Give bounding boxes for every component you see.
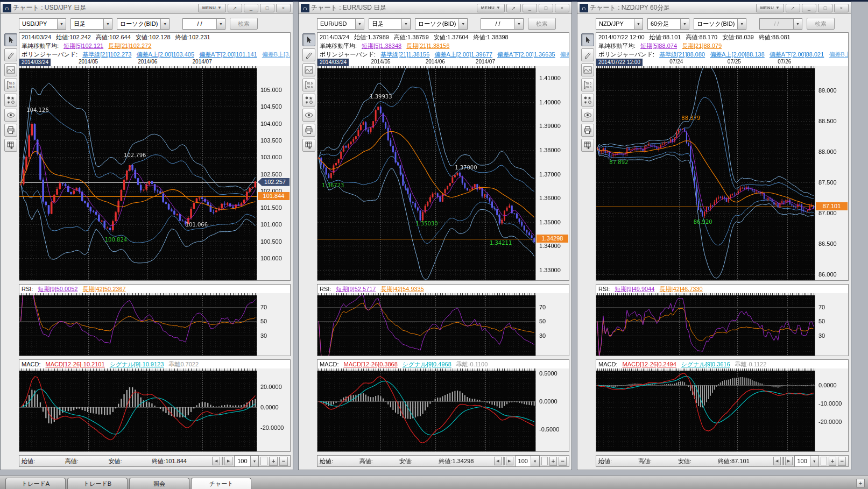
scroll-left-button[interactable]: ◀	[773, 457, 781, 465]
tab-trade-a[interactable]: トレードA	[5, 478, 66, 489]
tab-inquiry[interactable]: 照会	[129, 478, 189, 489]
save-chart-button[interactable]	[302, 139, 315, 152]
pointer-tool-button[interactable]	[581, 33, 594, 46]
zoom-in-button[interactable]: +	[549, 457, 558, 466]
scale-tool-button[interactable]: 70.060.0	[581, 79, 594, 91]
macd-signal-value[interactable]: シグナル[9]0.3616	[681, 361, 730, 367]
date-input[interactable]: / / ▼	[481, 18, 524, 30]
indicator-tool-button[interactable]	[581, 63, 594, 76]
zoom-out-button[interactable]: −	[838, 457, 846, 466]
chart-scrollbar[interactable]	[782, 457, 784, 465]
date-input[interactable]: / / ▼	[182, 18, 225, 30]
print-button[interactable]	[581, 124, 594, 137]
popout-button[interactable]: ↗	[786, 4, 800, 12]
bb-lower-a-value[interactable]: 偏差A下[2.00]1.36635	[497, 51, 555, 58]
bb-upper-b-value[interactable]: 偏差B上	[560, 51, 569, 58]
macd-chart[interactable]	[19, 368, 257, 451]
close-button[interactable]: ×	[276, 4, 291, 12]
rsi-short-value[interactable]: 短期[9]49.9044	[615, 286, 654, 292]
window-titlebar[interactable]: ∩ チャート : USD/JPY 日足 MENU ▼ ↗ _ □ ×	[1, 2, 293, 14]
add-tab-button[interactable]: +	[856, 479, 865, 487]
bb-upper-b-value[interactable]: 偏差B上[3	[829, 51, 848, 58]
macd-chart[interactable]	[596, 368, 815, 451]
pointer-tool-button[interactable]	[302, 33, 315, 46]
shapes-tool-button[interactable]	[302, 94, 315, 107]
bb-upper-a-value[interactable]: 偏差A上[2.00]103.405	[136, 51, 194, 58]
scale-tool-button[interactable]: 70.060.0	[302, 79, 315, 91]
sma-short-value[interactable]: 短期[5]1.38348	[362, 42, 401, 49]
indicator-tool-button[interactable]	[4, 63, 17, 76]
chevron-down-icon[interactable]: ▼	[216, 19, 225, 29]
sma-short-value[interactable]: 短期[5]102.121	[63, 42, 103, 49]
rsi-chart[interactable]	[596, 293, 815, 356]
popout-button[interactable]: ↗	[506, 4, 521, 12]
maximize-button[interactable]: □	[818, 4, 832, 12]
rsi-long-value[interactable]: 長期[42]54.9335	[381, 286, 424, 292]
price-axis[interactable]: 105.000104.500104.000103.500103.000102.5…	[257, 66, 290, 280]
maximize-button[interactable]: □	[539, 4, 553, 12]
price-axis[interactable]: 1.410001.400001.390001.380001.370001.360…	[535, 66, 569, 280]
chevron-down-icon[interactable]: ▼	[250, 456, 259, 466]
bar-count-select[interactable]: 100 ▼	[515, 456, 540, 467]
chevron-down-icon[interactable]: ▼	[514, 19, 523, 29]
bb-lower-a-value[interactable]: 偏差A下[2.00]101.141	[199, 51, 257, 58]
scale-tool-button[interactable]: 70.060.0	[4, 79, 17, 91]
search-button[interactable]: 検索	[807, 18, 835, 30]
rsi-long-value[interactable]: 長期[42]50.2367	[83, 286, 126, 292]
window-titlebar[interactable]: ∩ チャート : EUR/USD 日足 MENU ▼ ↗ _ □ ×	[299, 2, 571, 14]
currency-pair-select[interactable]: EUR/USD ▼	[317, 18, 364, 30]
chart-style-select[interactable]: ローソク(BID) ▼	[694, 18, 746, 30]
chevron-down-icon[interactable]: ▼	[458, 19, 467, 29]
chevron-down-icon[interactable]: ▼	[103, 19, 112, 29]
rsi-long-value[interactable]: 長期[42]46.7330	[660, 286, 703, 292]
currency-pair-select[interactable]: NZD/JPY ▼	[596, 18, 643, 30]
scrollbar-thumb[interactable]	[222, 457, 223, 465]
print-button[interactable]	[302, 124, 315, 137]
sma-long-value[interactable]: 長期[21]88.079	[682, 42, 722, 49]
bb-upper-b-value[interactable]: 偏差B上[3.00]103	[262, 51, 290, 58]
candlestick-chart[interactable]	[19, 66, 257, 280]
menu-button[interactable]: MENU ▼	[756, 4, 784, 12]
currency-pair-select[interactable]: USD/JPY ▼	[19, 18, 66, 30]
chevron-down-icon[interactable]: ▼	[355, 19, 364, 29]
rsi-chart[interactable]	[317, 293, 535, 356]
scroll-left-button[interactable]: ◀	[212, 457, 220, 465]
chart-style-select[interactable]: ローソク(BID) ▼	[117, 18, 170, 30]
minimize-button[interactable]: _	[802, 4, 816, 12]
scrollbar-thumb[interactable]	[504, 457, 505, 465]
save-chart-button[interactable]	[581, 139, 594, 152]
tab-chart[interactable]: チャート	[191, 478, 251, 489]
chevron-down-icon[interactable]: ▼	[531, 456, 539, 466]
shapes-tool-button[interactable]	[581, 94, 594, 107]
rsi-short-value[interactable]: 短期[9]52.5717	[336, 286, 376, 292]
bb-center-value[interactable]: 基準線[21]1.38156	[380, 51, 429, 58]
print-button[interactable]	[4, 124, 17, 137]
timeframe-select[interactable]: 日足 ▼	[369, 18, 411, 30]
candlestick-chart[interactable]	[596, 66, 815, 280]
candlestick-chart[interactable]	[317, 66, 535, 280]
scroll-right-button[interactable]: ▶	[506, 457, 513, 465]
macd-value[interactable]: MACD[12-26]-10.2101	[46, 361, 105, 367]
zoom-out-button[interactable]: −	[279, 457, 288, 466]
bb-upper-a-value[interactable]: 偏差A上[2.00]88.138	[710, 51, 765, 58]
sma-long-value[interactable]: 長期[21]1.38156	[406, 42, 449, 49]
rsi-short-value[interactable]: 短期[9]50.0052	[38, 286, 77, 292]
shapes-tool-button[interactable]	[4, 94, 17, 107]
draw-tool-button[interactable]	[581, 48, 594, 61]
close-button[interactable]: ×	[555, 4, 569, 12]
chevron-down-icon[interactable]: ▼	[634, 19, 643, 29]
close-button[interactable]: ×	[834, 4, 849, 12]
chevron-down-icon[interactable]: ▼	[680, 19, 689, 29]
pointer-tool-button[interactable]	[4, 33, 17, 46]
chevron-down-icon[interactable]: ▼	[160, 19, 169, 29]
bar-count-select[interactable]: 100 ▼	[794, 456, 819, 467]
tab-trade-b[interactable]: トレードB	[67, 478, 128, 489]
zoom-out-button[interactable]: −	[559, 457, 567, 466]
macd-chart[interactable]	[317, 368, 535, 451]
visibility-tool-button[interactable]	[581, 109, 594, 122]
bar-count-select[interactable]: 100 ▼	[234, 456, 259, 467]
bb-lower-a-value[interactable]: 偏差A下[2.00]88.021	[770, 51, 824, 58]
timeframe-select[interactable]: 日足 ▼	[70, 18, 112, 30]
bb-center-value[interactable]: 基準線[21]88.080	[659, 51, 705, 58]
scroll-left-button[interactable]: ◀	[494, 457, 502, 465]
